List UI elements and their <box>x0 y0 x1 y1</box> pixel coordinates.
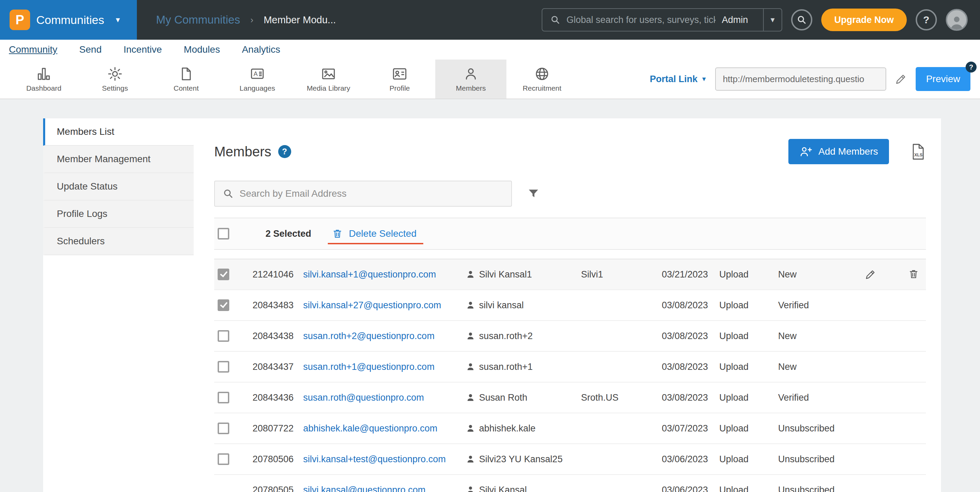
row-checkbox[interactable] <box>218 392 229 403</box>
member-id: 20843436 <box>253 392 303 403</box>
global-search-input[interactable] <box>566 15 716 25</box>
member-source: Upload <box>719 485 778 492</box>
row-checkbox[interactable] <box>218 330 229 342</box>
tab-label: Media Library <box>307 84 350 92</box>
top-bar: P Communities ▼ My Communities › Member … <box>0 0 980 40</box>
nav-community[interactable]: Community <box>8 44 68 55</box>
member-email-link[interactable]: susan.roth+1@questionpro.com <box>303 361 466 372</box>
member-name: Susan Roth <box>466 392 581 403</box>
person-icon <box>463 66 479 82</box>
table-row: 20843438 susan.roth+2@questionpro.com su… <box>214 321 926 352</box>
member-email-link[interactable]: abhishek.kale@questionpro.com <box>303 423 466 434</box>
upgrade-now-button[interactable]: Upgrade Now <box>821 8 907 31</box>
page-content: Members List Member Management Update St… <box>0 99 980 492</box>
tab-settings[interactable]: Settings <box>80 59 151 99</box>
edit-member-button[interactable] <box>864 268 877 280</box>
member-email-link[interactable]: silvi.kansal@questionpro.com <box>303 485 466 492</box>
table-row: 21241046 silvi.kansal+1@questionpro.com … <box>214 260 926 290</box>
search-icon <box>223 188 233 199</box>
portal-link-dropdown[interactable]: Portal Link ▼ <box>650 74 707 84</box>
member-name-text: Silvi23 YU Kansal25 <box>479 454 563 465</box>
topbar-actions: Admin ▼ Upgrade Now ? <box>542 8 980 32</box>
member-email-link[interactable]: silvi.kansal+test@questionpro.com <box>303 454 466 465</box>
tab-label: Languages <box>240 84 275 92</box>
help-button[interactable]: ? <box>916 9 937 30</box>
tab-media-library[interactable]: Media Library <box>293 59 364 99</box>
tab-members[interactable]: Members <box>435 59 506 99</box>
row-checkbox[interactable] <box>218 453 229 465</box>
member-source: Upload <box>719 454 778 465</box>
member-email-link[interactable]: silvi.kansal+1@questionpro.com <box>303 269 466 280</box>
sidebar-item-schedulers[interactable]: Schedulers <box>43 228 194 255</box>
app-root: P Communities ▼ My Communities › Member … <box>0 0 980 492</box>
row-checkbox-cell <box>214 422 253 434</box>
questionpro-logo: P <box>10 10 30 30</box>
tab-profile[interactable]: Profile <box>364 59 435 99</box>
member-id: 21241046 <box>253 269 303 280</box>
member-email-link[interactable]: silvi.kansal+27@questionpro.com <box>303 300 466 310</box>
sidebar-item-profile-logs[interactable]: Profile Logs <box>43 201 194 228</box>
preview-help-badge[interactable]: ? <box>966 62 977 73</box>
members-header: Members ? Add Members XLS <box>214 139 926 164</box>
svg-text:A: A <box>253 70 258 77</box>
table-header-spacer <box>214 250 926 260</box>
filter-button[interactable] <box>527 187 540 200</box>
row-checkbox[interactable] <box>218 361 229 373</box>
members-help-badge[interactable]: ? <box>278 145 291 158</box>
page-title: Members <box>214 144 271 159</box>
tab-recruitment[interactable]: Recruitment <box>506 59 578 99</box>
sidebar-item-update-status[interactable]: Update Status <box>43 173 194 201</box>
sidebar-item-member-management[interactable]: Member Management <box>43 146 194 173</box>
person-plus-icon <box>799 146 812 158</box>
module-tab-bar: Dashboard Settings Content A Languages M… <box>0 59 980 99</box>
row-checkbox-cell <box>214 269 253 280</box>
nav-modules[interactable]: Modules <box>173 44 231 55</box>
export-xls-button[interactable]: XLS <box>910 143 926 161</box>
search-icon <box>550 15 560 25</box>
tab-languages[interactable]: A Languages <box>222 59 293 99</box>
search-submit-button[interactable] <box>791 9 812 30</box>
member-status: Verified <box>778 392 864 403</box>
portal-link-label: Portal Link <box>650 74 698 84</box>
delete-member-button[interactable] <box>908 268 919 280</box>
nav-send[interactable]: Send <box>68 44 113 55</box>
member-name: susan.roth+1 <box>466 361 581 372</box>
row-checkbox[interactable] <box>218 422 229 434</box>
tab-content[interactable]: Content <box>151 59 222 99</box>
breadcrumb-my-communities[interactable]: My Communities <box>156 13 240 26</box>
tab-label: Settings <box>102 84 128 92</box>
member-name: abhishek.kale <box>466 423 581 434</box>
person-icon <box>466 455 475 463</box>
member-alt-name: Sroth.US <box>581 392 662 403</box>
chevron-down-icon: ▼ <box>114 16 121 24</box>
table-row: 20780506 silvi.kansal+test@questionpro.c… <box>214 444 926 475</box>
avatar[interactable] <box>946 9 968 31</box>
member-name: Silvi Kansal1 <box>466 269 581 280</box>
translate-icon: A <box>249 66 266 82</box>
communities-app-switcher[interactable]: P Communities ▼ <box>0 0 137 40</box>
tab-label: Profile <box>390 84 410 92</box>
search-scope-dropdown[interactable]: ▼ <box>763 9 781 31</box>
nav-incentive[interactable]: Incentive <box>113 44 173 55</box>
tab-dashboard[interactable]: Dashboard <box>8 59 80 99</box>
row-checkbox[interactable] <box>218 299 229 311</box>
member-email-link[interactable]: susan.roth+2@questionpro.com <box>303 331 466 341</box>
row-checkbox[interactable] <box>218 269 229 280</box>
member-status: New <box>778 361 864 372</box>
member-date: 03/08/2023 <box>662 331 719 341</box>
member-status: Verified <box>778 300 864 310</box>
preview-button[interactable]: Preview <box>916 67 970 91</box>
sidebar-item-members-list[interactable]: Members List <box>43 118 194 146</box>
email-search-input[interactable] <box>240 188 503 199</box>
member-email-link[interactable]: susan.roth@questionpro.com <box>303 392 466 403</box>
global-search: Admin ▼ <box>542 8 782 32</box>
add-members-button[interactable]: Add Members <box>788 139 889 164</box>
select-all-checkbox[interactable] <box>218 228 229 239</box>
nav-analytics[interactable]: Analytics <box>231 44 291 55</box>
edit-url-button[interactable] <box>894 73 907 86</box>
breadcrumb: My Communities › Member Modu... <box>156 13 336 26</box>
member-name-text: silvi kansal <box>479 300 524 310</box>
member-name-text: susan.roth+1 <box>479 361 533 372</box>
portal-url-field[interactable] <box>715 67 886 91</box>
delete-selected-button[interactable]: Delete Selected <box>332 218 417 249</box>
